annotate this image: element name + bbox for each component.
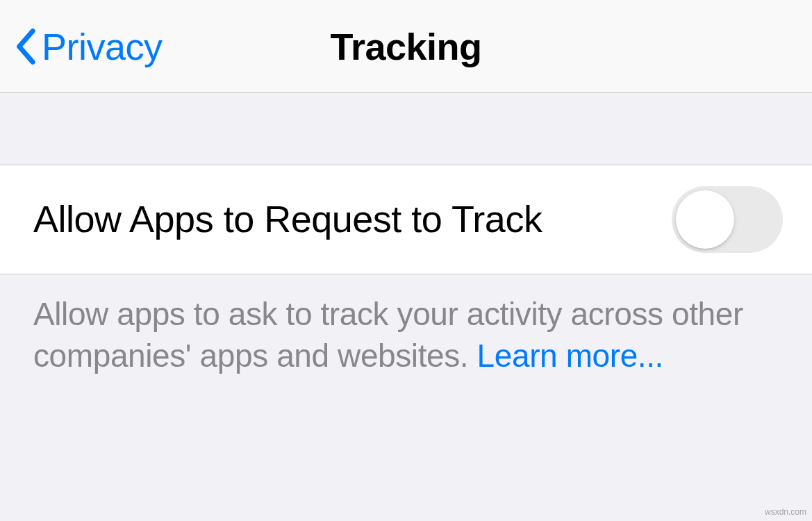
back-label: Privacy: [42, 25, 163, 68]
back-button[interactable]: Privacy: [13, 25, 163, 68]
learn-more-link[interactable]: Learn more...: [477, 338, 663, 374]
tracking-toggle[interactable]: [672, 186, 783, 253]
setting-label: Allow Apps to Request to Track: [33, 197, 542, 242]
section-spacer: [0, 93, 812, 165]
toggle-knob: [676, 190, 734, 249]
nav-bar: Privacy Tracking: [0, 0, 812, 93]
section-footer: Allow apps to ask to track your activity…: [0, 274, 812, 377]
page-title: Tracking: [330, 25, 481, 68]
setting-row-tracking: Allow Apps to Request to Track: [0, 165, 812, 274]
watermark: wsxdn.com: [765, 507, 806, 517]
chevron-left-icon: [13, 27, 38, 66]
